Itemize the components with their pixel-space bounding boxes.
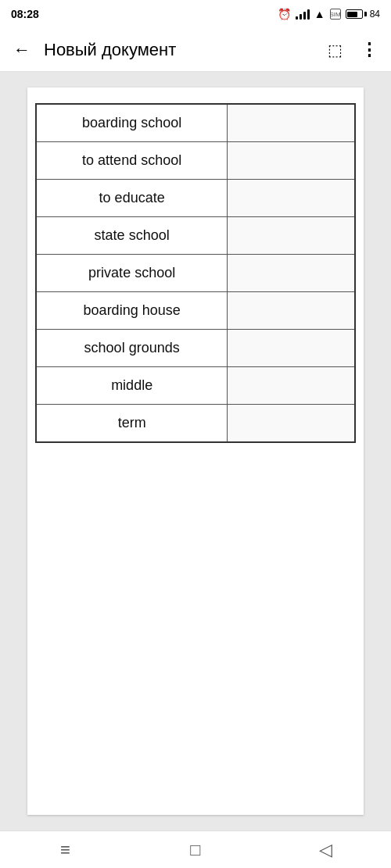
battery-icon bbox=[346, 9, 367, 19]
translation-cell bbox=[228, 180, 355, 217]
back-nav-button[interactable]: ◁ bbox=[303, 834, 350, 866]
more-options-button[interactable]: ⋮ bbox=[353, 34, 385, 66]
term-cell: middle bbox=[36, 367, 228, 405]
translation-cell bbox=[228, 104, 355, 142]
back-nav-icon: ◁ bbox=[319, 840, 332, 860]
translation-cell bbox=[228, 330, 355, 367]
home-icon: □ bbox=[190, 840, 200, 860]
status-icons: ⏰ ▲ SIM 84 bbox=[278, 8, 380, 20]
more-options-icon: ⋮ bbox=[361, 40, 378, 60]
table-row: middle bbox=[36, 367, 355, 405]
table-row: private school bbox=[36, 255, 355, 292]
signal-icon bbox=[296, 9, 310, 20]
battery-percent: 84 bbox=[370, 9, 380, 20]
translation-cell bbox=[228, 142, 355, 180]
status-bar: 08:28 ⏰ ▲ SIM 84 bbox=[0, 0, 391, 28]
term-cell: to educate bbox=[36, 180, 228, 217]
table-row: to educate bbox=[36, 180, 355, 217]
alarm-icon: ⏰ bbox=[278, 8, 291, 20]
translation-cell bbox=[228, 217, 355, 255]
table-row: term bbox=[36, 405, 355, 443]
table-row: boarding house bbox=[36, 292, 355, 330]
term-cell: private school bbox=[36, 255, 228, 292]
app-bar: ← Новый документ ⬚ ⋮ bbox=[0, 28, 391, 72]
term-cell: term bbox=[36, 405, 228, 443]
translation-cell bbox=[228, 255, 355, 292]
open-external-icon: ⬚ bbox=[328, 41, 343, 59]
back-button[interactable]: ← bbox=[6, 34, 38, 66]
open-external-button[interactable]: ⬚ bbox=[319, 34, 350, 66]
table-row: to attend school bbox=[36, 142, 355, 180]
table-row: school grounds bbox=[36, 330, 355, 367]
bottom-navigation: ≡ □ ◁ bbox=[0, 830, 391, 868]
vocabulary-table: boarding schoolto attend schoolto educat… bbox=[35, 103, 356, 443]
translation-cell bbox=[228, 292, 355, 330]
term-cell: school grounds bbox=[36, 330, 228, 367]
table-row: boarding school bbox=[36, 104, 355, 142]
translation-cell bbox=[228, 367, 355, 405]
time-display: 08:28 bbox=[11, 8, 39, 20]
translation-cell bbox=[228, 405, 355, 443]
app-bar-title: Новый документ bbox=[44, 40, 313, 60]
document-page: boarding schoolto attend schoolto educat… bbox=[27, 88, 364, 815]
back-arrow-icon: ← bbox=[13, 40, 30, 60]
menu-icon: ≡ bbox=[60, 840, 70, 860]
term-cell: boarding house bbox=[36, 292, 228, 330]
term-cell: state school bbox=[36, 217, 228, 255]
battery-container: 84 bbox=[346, 9, 380, 20]
term-cell: to attend school bbox=[36, 142, 228, 180]
home-button[interactable]: □ bbox=[172, 834, 219, 866]
sim-icon: SIM bbox=[330, 9, 341, 20]
app-bar-actions: ⬚ ⋮ bbox=[319, 34, 385, 66]
term-cell: boarding school bbox=[36, 104, 228, 142]
table-row: state school bbox=[36, 217, 355, 255]
document-content: boarding schoolto attend schoolto educat… bbox=[0, 72, 391, 830]
wifi-icon: ▲ bbox=[314, 8, 325, 20]
menu-button[interactable]: ≡ bbox=[41, 834, 88, 866]
